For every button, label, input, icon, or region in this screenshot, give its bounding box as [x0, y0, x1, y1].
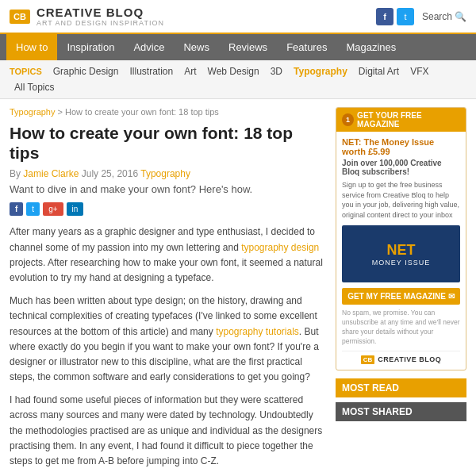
nav-item-magazines[interactable]: Magazines — [336, 34, 405, 60]
search-area[interactable]: Search 🔍 — [422, 11, 466, 22]
nav-item-inspiration[interactable]: Inspiration — [57, 34, 124, 60]
topic-art[interactable]: Art — [179, 64, 201, 79]
header-fb-icon[interactable]: f — [376, 8, 393, 25]
content-wrapper: Typography > How to create your own font… — [0, 99, 476, 476]
topic-3d[interactable]: 3D — [266, 64, 287, 79]
most-read-section: MOST READ — [336, 378, 466, 397]
ad-join-text: Join over 100,000 Creative Bloq subscrib… — [342, 159, 460, 176]
article-para-1: After many years as a graphic designer a… — [10, 225, 326, 286]
magazine-label: NET — [372, 242, 430, 259]
social-gp-button[interactable]: g+ — [43, 202, 63, 216]
search-icon: 🔍 — [455, 11, 466, 22]
article-para-3: I had found some useful pieces of inform… — [10, 393, 326, 469]
topics-bar: TOPICS Graphic Design Illustration Art W… — [0, 60, 476, 99]
main-content: Typography > How to create your own font… — [10, 107, 326, 476]
most-shared-section: MOST SHARED — [336, 402, 466, 421]
logo-area: CB CREATIVE BLOQ ART AND DESIGN INSPIRAT… — [10, 6, 164, 27]
nav-item-features[interactable]: Features — [277, 34, 336, 60]
social-fb-button[interactable]: f — [10, 202, 23, 216]
ad-header: 1 GET YOUR FREE MAGAZINE — [336, 108, 466, 132]
cb-footer: CB CREATIVE BLOQ — [342, 351, 460, 364]
social-buttons: f t g+ in — [10, 202, 326, 216]
social-tw-button[interactable]: t — [26, 202, 40, 216]
ad-magazine-image: NET MONEY ISSUE — [342, 225, 460, 282]
author-label: By — [10, 168, 23, 179]
cb-name-small: CREATIVE BLOQ — [378, 355, 441, 363]
site-header: CB CREATIVE BLOQ ART AND DESIGN INSPIRAT… — [0, 0, 476, 34]
topic-typography[interactable]: Typography — [289, 64, 352, 79]
breadcrumb: Typography > How to create your own font… — [10, 107, 326, 117]
magazine-subtitle: MONEY ISSUE — [372, 259, 430, 267]
nav-item-advice[interactable]: Advice — [124, 34, 174, 60]
most-shared-title: MOST SHARED — [336, 402, 466, 421]
breadcrumb-separator: > — [58, 107, 65, 117]
breadcrumb-parent[interactable]: Typography — [10, 107, 55, 117]
author-link[interactable]: Jamie Clarke — [23, 168, 79, 179]
topic-illustration[interactable]: Illustration — [125, 64, 178, 79]
article-title: How to create your own font: 18 top tips — [10, 123, 326, 163]
topic-all-topics[interactable]: All Topics — [10, 80, 59, 94]
article-category-link[interactable]: Typography — [140, 168, 190, 179]
article-para-2: Much has been written about type design;… — [10, 294, 326, 385]
nav-item-howto[interactable]: How to — [6, 34, 57, 60]
tagline: ART AND DESIGN INSPIRATION — [36, 19, 164, 27]
social-header-icons: f t — [376, 8, 414, 25]
ad-header-icon: 1 — [342, 113, 354, 126]
sidebar: 1 GET YOUR FREE MAGAZINE NET: The Money … — [336, 107, 466, 476]
topics-label: TOPICS — [10, 67, 42, 76]
site-name: CREATIVE BLOQ — [36, 6, 164, 19]
ad-header-text: GET YOUR FREE MAGAZINE — [357, 111, 460, 129]
article-body: After many years as a graphic designer a… — [10, 225, 326, 476]
main-nav: How to Inspiration Advice News Reviews F… — [0, 34, 476, 60]
sidebar-ad: 1 GET YOUR FREE MAGAZINE NET: The Money … — [336, 107, 466, 370]
search-label: Search — [422, 11, 452, 22]
ad-spam-text: No spam, we promise. You can unsubscribe… — [342, 309, 460, 347]
article-date: July 25, 2016 — [82, 168, 138, 179]
nav-item-reviews[interactable]: Reviews — [219, 34, 277, 60]
cb-logo-small: CB — [361, 355, 375, 364]
topic-vfx[interactable]: VFX — [405, 64, 433, 79]
social-in-button[interactable]: in — [67, 202, 84, 216]
topic-digital-art[interactable]: Digital Art — [354, 64, 404, 79]
topic-graphic-design[interactable]: Graphic Design — [48, 64, 124, 79]
breadcrumb-current: How to create your own font: 18 top tips — [65, 107, 219, 117]
header-right: f t Search 🔍 — [376, 8, 466, 25]
nav-item-news[interactable]: News — [174, 34, 219, 60]
most-read-title: MOST READ — [336, 378, 466, 397]
ad-body-wrapper: NET: The Money Issue worth £5.99 Join ov… — [336, 132, 466, 370]
ad-title: NET: The Money Issue worth £5.99 — [342, 137, 460, 156]
article-meta: By Jamie Clarke July 25, 2016 Typography — [10, 168, 326, 179]
typography-design-link[interactable]: typography design — [241, 242, 319, 253]
magazine-overlay: NET MONEY ISSUE — [372, 242, 430, 267]
ad-description: Sign up to get the free business service… — [342, 180, 460, 220]
typography-tutorials-link[interactable]: typography tutorials — [216, 326, 299, 337]
article-subtitle: Want to dive in and make your own font? … — [10, 183, 326, 195]
topic-web-design[interactable]: Web Design — [203, 64, 264, 79]
ad-cta-button[interactable]: GET MY FREE MAGAZINE ✉ — [342, 288, 460, 305]
header-tw-icon[interactable]: t — [397, 8, 414, 25]
logo-box: CB — [10, 10, 30, 24]
